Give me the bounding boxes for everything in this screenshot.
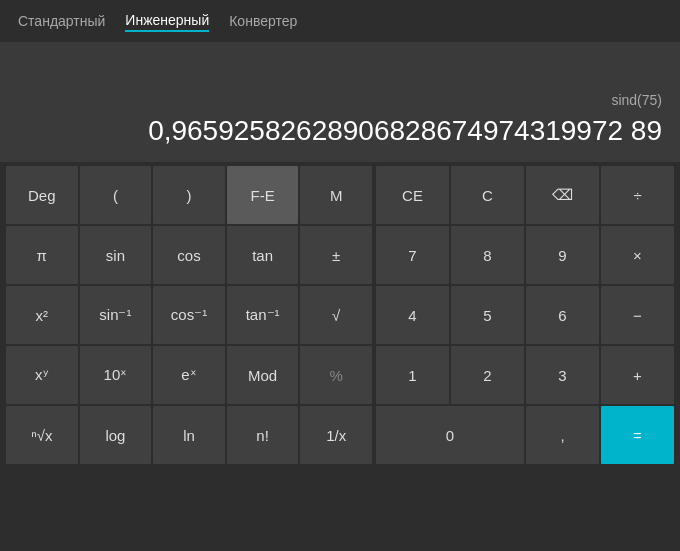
3-button[interactable]: 3 <box>526 346 599 404</box>
nthroot-button[interactable]: ⁿ√x <box>6 406 78 464</box>
arctan-button[interactable]: tan⁻¹ <box>227 286 299 344</box>
nav-engineering[interactable]: Инженерный <box>125 10 209 32</box>
display-expression: sind(75) <box>611 92 662 108</box>
multiply-button[interactable]: × <box>601 226 674 284</box>
log-button[interactable]: log <box>80 406 152 464</box>
backspace-button[interactable]: ⌫ <box>526 166 599 224</box>
display-panel: sind(75) 0,96592582628906828674974319972… <box>0 42 680 162</box>
4-button[interactable]: 4 <box>376 286 449 344</box>
pi-button[interactable]: π <box>6 226 78 284</box>
display-value: 0,96592582628906828674974319972 89 <box>148 114 662 148</box>
nav-standard[interactable]: Стандартный <box>18 11 105 31</box>
c-button[interactable]: C <box>451 166 524 224</box>
ce-button[interactable]: CE <box>376 166 449 224</box>
open-paren-button[interactable]: ( <box>80 166 152 224</box>
reciprocal-button[interactable]: 1/x <box>300 406 372 464</box>
6-button[interactable]: 6 <box>526 286 599 344</box>
percent-button[interactable]: % <box>300 346 372 404</box>
1-button[interactable]: 1 <box>376 346 449 404</box>
factorial-button[interactable]: n! <box>227 406 299 464</box>
mod-button[interactable]: Mod <box>227 346 299 404</box>
tan-button[interactable]: tan <box>227 226 299 284</box>
pow10-button[interactable]: 10ˣ <box>80 346 152 404</box>
sqrt-button[interactable]: √ <box>300 286 372 344</box>
0-button[interactable]: 0 <box>376 406 524 464</box>
nav-converter[interactable]: Конвертер <box>229 11 297 31</box>
deg-button[interactable]: Deg <box>6 166 78 224</box>
arccos-button[interactable]: cos⁻¹ <box>153 286 225 344</box>
ex-button[interactable]: eˣ <box>153 346 225 404</box>
sin-button[interactable]: sin <box>80 226 152 284</box>
minus-button[interactable]: − <box>601 286 674 344</box>
divide-button[interactable]: ÷ <box>601 166 674 224</box>
5-button[interactable]: 5 <box>451 286 524 344</box>
plus-button[interactable]: + <box>601 346 674 404</box>
8-button[interactable]: 8 <box>451 226 524 284</box>
cos-button[interactable]: cos <box>153 226 225 284</box>
arcsin-button[interactable]: sin⁻¹ <box>80 286 152 344</box>
fe-button[interactable]: F-E <box>227 166 299 224</box>
right-panel: CEC⌫÷789×456−123+0,= <box>376 166 674 464</box>
mem-button[interactable]: M <box>300 166 372 224</box>
plusminus-button[interactable]: ± <box>300 226 372 284</box>
xpowy-button[interactable]: xʸ <box>6 346 78 404</box>
equals-button[interactable]: = <box>601 406 674 464</box>
close-paren-button[interactable]: ) <box>153 166 225 224</box>
2-button[interactable]: 2 <box>451 346 524 404</box>
ln-button[interactable]: ln <box>153 406 225 464</box>
7-button[interactable]: 7 <box>376 226 449 284</box>
nav-bar: Стандартный Инженерный Конвертер <box>0 0 680 42</box>
calc-body: Deg()F-EMπsincostan±x²sin⁻¹cos⁻¹tan⁻¹√xʸ… <box>0 162 680 470</box>
9-button[interactable]: 9 <box>526 226 599 284</box>
xsq-button[interactable]: x² <box>6 286 78 344</box>
comma-button[interactable]: , <box>526 406 599 464</box>
left-panel: Deg()F-EMπsincostan±x²sin⁻¹cos⁻¹tan⁻¹√xʸ… <box>6 166 376 464</box>
